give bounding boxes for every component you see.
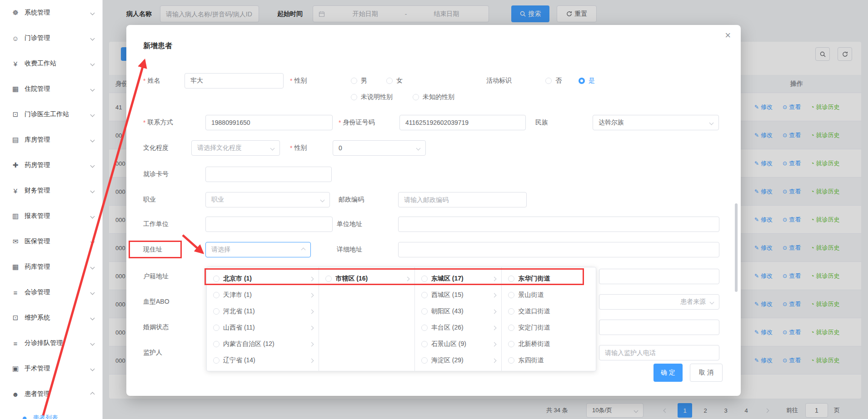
chevron-up-icon xyxy=(301,247,306,252)
name-label: *姓名 xyxy=(143,73,160,89)
cascader-option-shijingshan[interactable]: 石景山区 (9) xyxy=(415,336,502,352)
work-unit-input[interactable] xyxy=(211,221,327,228)
radio-circle-icon xyxy=(213,357,219,364)
chevron-down-icon xyxy=(90,10,95,15)
cascader-option-donghuamen[interactable]: 东华门街道 xyxy=(502,271,596,287)
cascader-option-shanxi[interactable]: 山西省 (11) xyxy=(207,320,319,336)
gender-code-select[interactable]: 0 xyxy=(333,140,426,156)
sidebar-item-surgery[interactable]: ▣ 手术管理 xyxy=(0,356,102,381)
card-number-label: 就诊卡号 xyxy=(143,167,169,182)
current-address-cascader-trigger[interactable]: 请选择 xyxy=(205,242,311,257)
chevron-down-icon xyxy=(90,214,95,218)
detail-address-input[interactable] xyxy=(404,246,713,253)
cascader-option-jiaodaokou[interactable]: 交道口街道 xyxy=(502,303,596,320)
cascader-option-liaoning[interactable]: 辽宁省 (14) xyxy=(207,352,319,369)
user-icon: ☺ xyxy=(11,35,20,42)
postal-input[interactable] xyxy=(404,196,521,203)
sidebar-item-drug-storage[interactable]: ▦ 药库管理 xyxy=(0,254,102,280)
sidebar: ☸ 系统管理 ☺ 门诊管理 ¥ 收费工作站 ▦ 住院管理 ⊡ 门诊医生工作站 ▤… xyxy=(0,0,103,419)
cascader-option-neimenggu[interactable]: 内蒙古自治区 (12) xyxy=(207,336,319,352)
chevron-down-icon xyxy=(90,341,95,345)
ethnicity-select[interactable]: 达斡尔族 xyxy=(593,115,719,130)
radio-circle-icon xyxy=(508,292,514,298)
sidebar-item-finance[interactable]: ¥ 财务管理 xyxy=(0,178,102,203)
radio-circle-icon xyxy=(421,308,428,315)
confirm-button[interactable]: 确 定 xyxy=(653,364,683,382)
cascader-option-andingmen[interactable]: 安定门街道 xyxy=(502,320,596,336)
cascader-option-xicheng[interactable]: 西城区 (15) xyxy=(415,287,502,303)
sidebar-item-outpatient[interactable]: ☺ 门诊管理 xyxy=(0,25,102,51)
queue-icon: ≡ xyxy=(11,340,20,347)
radio-female[interactable]: 女 xyxy=(386,73,403,89)
cascader-option-hebei[interactable]: 河北省 (11) xyxy=(207,303,319,320)
cascader-option-dongsi[interactable]: 东四街道 xyxy=(502,352,596,369)
radio-active-no[interactable]: 否 xyxy=(545,73,562,89)
guardian-label: 监护人 xyxy=(143,345,162,360)
sidebar-item-maintenance[interactable]: ⊡ 维护系统 xyxy=(0,305,102,330)
cascader-option-haidian[interactable]: 海淀区 (29) xyxy=(415,352,502,369)
user-icon: ☻ xyxy=(11,390,20,398)
cascader-option-beixinqiao[interactable]: 北新桥街道 xyxy=(502,336,596,352)
sidebar-item-triage-queue[interactable]: ≡ 分诊排队管理 xyxy=(0,330,102,356)
chevron-down-icon xyxy=(416,146,421,150)
card-number-input[interactable] xyxy=(211,171,326,178)
chart-icon: ▦ xyxy=(11,85,20,93)
work-unit-field-wrap xyxy=(205,217,333,232)
radio-male[interactable]: 男 xyxy=(351,73,367,89)
grid-icon: ▦ xyxy=(11,263,20,271)
name-input[interactable] xyxy=(190,77,278,84)
sidebar-item-patient-management[interactable]: ☻ 患者管理 xyxy=(0,381,102,407)
radio-gender-unspecified[interactable]: 未说明性别 xyxy=(351,89,393,105)
sidebar-item-consultation[interactable]: ≡ 会诊管理 xyxy=(0,280,102,305)
marital-status-input[interactable] xyxy=(605,324,713,331)
chevron-down-icon xyxy=(709,120,714,125)
required-star: * xyxy=(143,77,145,84)
radio-gender-unknown[interactable]: 未知的性别 xyxy=(413,89,454,105)
household-address-input[interactable] xyxy=(605,273,713,280)
sidebar-item-doctor-station[interactable]: ⊡ 门诊医生工作站 xyxy=(0,102,102,127)
sidebar-item-reports[interactable]: ▥ 报表管理 xyxy=(0,203,102,229)
radio-circle-icon xyxy=(421,341,428,347)
close-icon[interactable]: × xyxy=(725,30,731,40)
sidebar-item-label: 门诊管理 xyxy=(25,34,91,42)
occupation-placeholder: 职业 xyxy=(211,196,224,204)
sidebar-item-pharmacy[interactable]: ✚ 药房管理 xyxy=(0,153,102,178)
unit-address-input[interactable] xyxy=(404,221,713,228)
patient-source-select[interactable]: 患者来源 xyxy=(599,294,719,310)
id-number-input[interactable] xyxy=(405,119,520,126)
cascader-street-column: 东华门街道 景山街道 交道口街道 安定门街道 北新桥街道 东四街道 xyxy=(502,267,596,371)
yuan-icon: ¥ xyxy=(11,187,20,195)
cascader-option-tianjin[interactable]: 天津市 (1) xyxy=(207,287,319,303)
modal-scrollbar[interactable] xyxy=(735,203,738,292)
cascader-option-beijing[interactable]: 北京市 (1) xyxy=(207,271,319,287)
sidebar-item-patient-list[interactable]: ☻ 患者列表 xyxy=(0,407,102,419)
chevron-right-icon xyxy=(492,276,497,281)
cascader-option-jingshan[interactable]: 景山街道 xyxy=(502,287,596,303)
education-placeholder: 请选择文化程度 xyxy=(197,144,242,152)
sidebar-item-charging-station[interactable]: ¥ 收费工作站 xyxy=(0,51,102,76)
cascader-option-fengtai[interactable]: 丰台区 (26) xyxy=(415,320,502,336)
guardian-phone-input[interactable] xyxy=(605,349,713,356)
cascader-option-shixiaqu[interactable]: 市辖区 (16) xyxy=(319,271,414,287)
radio-circle-icon xyxy=(325,276,332,282)
required-star: * xyxy=(290,77,292,84)
education-select[interactable]: 请选择文化程度 xyxy=(191,140,280,156)
detail-address-label: 详细地址 xyxy=(337,242,362,257)
unit-address-label: 单位地址 xyxy=(337,217,362,232)
list-icon: ≡ xyxy=(11,289,20,296)
occupation-select[interactable]: 职业 xyxy=(205,192,330,207)
radio-active-yes[interactable]: 是 xyxy=(579,73,595,89)
cascader-option-chaoyang[interactable]: 朝阳区 (43) xyxy=(415,303,502,320)
cascader-option-dongcheng[interactable]: 东城区 (17) xyxy=(415,271,502,287)
sidebar-item-system[interactable]: ☸ 系统管理 xyxy=(0,0,102,25)
sidebar-item-warehouse[interactable]: ▤ 库房管理 xyxy=(0,127,102,153)
cancel-button[interactable]: 取 消 xyxy=(690,364,723,382)
sidebar-item-inpatient[interactable]: ▦ 住院管理 xyxy=(0,76,102,102)
required-star: * xyxy=(143,119,145,126)
chevron-right-icon xyxy=(309,358,314,363)
chevron-down-icon xyxy=(90,188,95,193)
chevron-down-icon xyxy=(90,163,95,168)
sidebar-item-insurance[interactable]: ✉ 医保管理 xyxy=(0,229,102,254)
contact-input[interactable] xyxy=(211,119,327,126)
chevron-right-icon xyxy=(492,342,497,346)
